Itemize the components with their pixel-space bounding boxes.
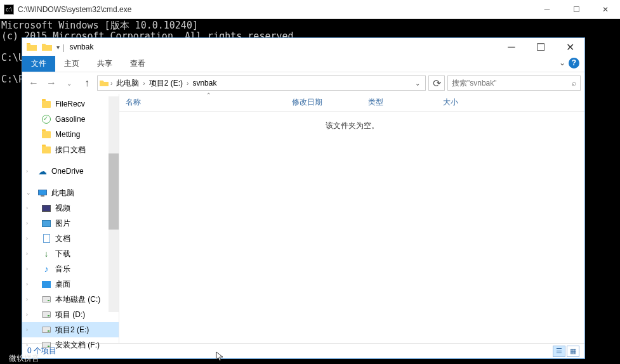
sidebar-item-pictures[interactable]: ›图片 <box>22 216 119 231</box>
chevron-right-icon[interactable]: › <box>187 80 188 87</box>
sidebar-label: 安装文档 (F:) <box>55 340 100 351</box>
caret-right-icon[interactable]: › <box>26 220 28 226</box>
search-icon[interactable]: ⌕ <box>572 79 576 88</box>
chevron-right-icon[interactable]: › <box>143 80 145 87</box>
view-details-button[interactable]: ☰ <box>553 346 565 357</box>
nav-back-button[interactable]: ← <box>26 75 41 91</box>
caret-right-icon[interactable]: › <box>26 296 28 302</box>
sort-asc-icon: ⌃ <box>206 92 211 98</box>
help-icon[interactable]: ? <box>569 58 579 68</box>
refresh-button[interactable]: ⟳ <box>428 75 445 91</box>
caret-right-icon[interactable]: › <box>26 327 28 333</box>
view-icons-button[interactable]: ▦ <box>567 346 579 357</box>
empty-folder-message: 该文件夹为空。 <box>119 112 584 343</box>
sidebar-item-video[interactable]: ›视频 <box>22 200 119 216</box>
documents-icon <box>43 234 50 243</box>
sync-ok-icon <box>42 115 51 124</box>
sidebar-label: 音乐 <box>55 264 70 275</box>
sidebar-label: 下载 <box>55 249 70 259</box>
folder-icon <box>42 146 51 153</box>
sidebar-label: 文档 <box>55 233 70 244</box>
address-dropdown-icon[interactable]: ⌄ <box>411 80 424 87</box>
quick-access-toolbar: ▾ <box>41 41 60 53</box>
search-placeholder: 搜索"svnbak" <box>452 78 497 89</box>
col-type[interactable]: 类型 <box>368 97 443 108</box>
sidebar-label: 桌面 <box>55 279 70 290</box>
crumb-drive[interactable]: 项目2 (E:) <box>147 78 185 89</box>
sidebar-item-jiekou[interactable]: 接口文档 <box>22 142 119 157</box>
sidebar-item-onedrive[interactable]: ›☁OneDrive <box>22 164 119 179</box>
ime-indicator: 微软拼音 <box>9 353 39 364</box>
sidebar-item-ddrive[interactable]: ›项目 (D:) <box>22 307 119 322</box>
cmd-title: C:\WINDOWS\system32\cmd.exe <box>18 5 532 14</box>
sidebar-item-music[interactable]: ›♪音乐 <box>22 261 119 276</box>
cmd-minimize-button[interactable]: ─ <box>532 0 562 19</box>
cmd-maximize-button[interactable]: ☐ <box>562 0 591 19</box>
address-bar[interactable]: › 此电脑 › 项目2 (E:) › svnbak ⌄ <box>97 75 426 91</box>
close-button[interactable]: ✕ <box>555 38 584 56</box>
window-title: svnbak <box>69 42 93 51</box>
crumb-thispc[interactable]: 此电脑 <box>114 78 142 89</box>
sidebar-item-desktop[interactable]: ›桌面 <box>22 276 119 292</box>
sidebar-item-metting[interactable]: Metting <box>22 127 119 142</box>
maximize-button[interactable]: ☐ <box>526 38 555 56</box>
ribbon-expand-icon[interactable]: ⌄ <box>559 58 565 67</box>
nav-tree[interactable]: FileRecv Gasoline Metting 接口文档 ›☁OneDriv… <box>22 94 119 343</box>
crumb-folder[interactable]: svnbak <box>190 79 219 88</box>
pictures-icon <box>42 220 51 227</box>
tab-view[interactable]: 查看 <box>121 56 154 72</box>
folder-icon <box>42 131 51 138</box>
col-date[interactable]: 修改日期 <box>292 97 368 108</box>
sidebar-label: OneDrive <box>51 167 84 176</box>
nav-history-dropdown[interactable]: ⌄ <box>62 75 77 91</box>
sidebar-label: Gasoline <box>55 115 85 124</box>
caret-right-icon[interactable]: › <box>26 311 28 318</box>
desktop-icon <box>42 281 51 288</box>
caret-right-icon[interactable]: › <box>26 342 28 348</box>
sidebar-item-edrive[interactable]: ›项目2 (E:) <box>22 322 119 337</box>
drive-icon <box>42 311 51 318</box>
col-name[interactable]: ⌃名称 <box>126 97 292 108</box>
addr-folder-icon <box>99 78 109 88</box>
cmd-close-button[interactable]: ✕ <box>591 0 620 19</box>
caret-down-icon[interactable]: ⌄ <box>26 190 31 196</box>
sidebar-scrollbar[interactable] <box>109 96 119 312</box>
scrollbar-thumb[interactable] <box>109 153 119 230</box>
explorer-titlebar[interactable]: ▾ | svnbak ─ ☐ ✕ <box>22 38 584 56</box>
tab-file[interactable]: 文件 <box>22 56 55 72</box>
search-input[interactable]: 搜索"svnbak" ⌕ <box>447 75 581 91</box>
caret-right-icon[interactable]: › <box>26 250 28 257</box>
cmd-titlebar[interactable]: c:\ C:\WINDOWS\system32\cmd.exe ─ ☐ ✕ <box>0 0 620 19</box>
drive-icon <box>42 296 51 302</box>
sidebar-item-documents[interactable]: ›文档 <box>22 231 119 246</box>
sidebar-item-filerecv[interactable]: FileRecv <box>22 96 119 112</box>
tab-home[interactable]: 主页 <box>55 56 88 72</box>
downloads-icon: ↓ <box>41 249 51 259</box>
sidebar-item-fdrive[interactable]: ›安装文档 (F:) <box>22 337 119 353</box>
sidebar-label: 图片 <box>55 218 70 229</box>
file-list-pane[interactable]: ⌃名称 修改日期 类型 大小 该文件夹为空。 <box>119 94 584 343</box>
chevron-right-icon[interactable]: › <box>110 80 112 87</box>
sidebar-label: 项目2 (E:) <box>55 325 89 335</box>
cursor-icon <box>216 351 225 361</box>
caret-right-icon[interactable]: › <box>26 168 28 174</box>
folder-icon <box>42 101 51 108</box>
column-headers: ⌃名称 修改日期 类型 大小 <box>119 94 584 112</box>
col-size[interactable]: 大小 <box>443 97 494 108</box>
sidebar-item-thispc[interactable]: ⌄此电脑 <box>22 185 119 200</box>
sidebar-label: 视频 <box>55 203 70 214</box>
minimize-button[interactable]: ─ <box>497 38 526 56</box>
nav-forward-button[interactable]: → <box>44 75 59 91</box>
sidebar-item-cdrive[interactable]: ›本地磁盘 (C:) <box>22 292 119 307</box>
qat-dropdown-icon[interactable]: ▾ <box>56 44 60 51</box>
caret-right-icon[interactable]: › <box>26 281 28 287</box>
sidebar-label: 接口文档 <box>55 145 86 155</box>
nav-up-button[interactable]: ↑ <box>79 75 95 91</box>
sidebar-item-downloads[interactable]: ›↓下载 <box>22 246 119 261</box>
caret-right-icon[interactable]: › <box>26 266 28 272</box>
tab-share[interactable]: 共享 <box>88 56 121 72</box>
drive-icon <box>42 327 51 333</box>
sidebar-item-gasoline[interactable]: Gasoline <box>22 112 119 127</box>
caret-right-icon[interactable]: › <box>26 235 28 242</box>
caret-right-icon[interactable]: › <box>26 205 28 211</box>
